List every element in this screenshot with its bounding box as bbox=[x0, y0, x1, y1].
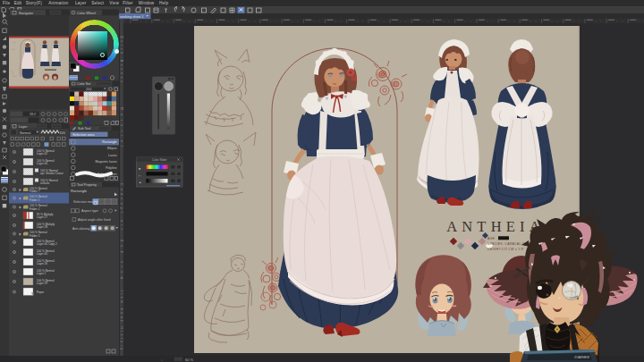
svg-text:28.2: 28.2 bbox=[30, 113, 36, 116]
svg-text:Color Slider: Color Slider bbox=[152, 158, 168, 162]
svg-text:HEIGHT:172 CM ∨ 5'8": HEIGHT:172 CM ∨ 5'8" bbox=[487, 248, 525, 251]
svg-text:Selection area: Selection area bbox=[72, 133, 95, 137]
svg-text:apr. Smoke Cutout: apr. Smoke Cutout bbox=[40, 172, 64, 175]
svg-text:Color Wheel: Color Wheel bbox=[77, 12, 96, 15]
svg-text:60 %: 60 % bbox=[185, 358, 194, 362]
svg-text:▲: ▲ bbox=[139, 181, 141, 184]
svg-text:Magnetic lasso: Magnetic lasso bbox=[96, 160, 117, 164]
svg-text:ANTHEIA: ANTHEIA bbox=[446, 218, 545, 235]
svg-text:Polyline: Polyline bbox=[106, 166, 117, 170]
svg-text:Layer 27: Layer 27 bbox=[37, 215, 47, 219]
svg-text:Layer 26: Layer 26 bbox=[37, 262, 47, 265]
svg-text:□: □ bbox=[139, 174, 140, 178]
svg-text:Layer: Layer bbox=[19, 125, 28, 129]
svg-text:Folder 1: Folder 1 bbox=[30, 198, 40, 202]
svg-text:200: 200 bbox=[86, 88, 91, 91]
svg-text:Selection mode: Selection mode bbox=[73, 200, 96, 204]
svg-text:Layer 28: Layer 28 bbox=[37, 225, 47, 229]
svg-text:Layer 40: Layer 40 bbox=[37, 252, 47, 256]
svg-text:↕: ↕ bbox=[161, 358, 163, 362]
svg-text:Layer 40 Copy 2: Layer 40 Copy 2 bbox=[37, 242, 57, 246]
svg-text:Tool Property: Tool Property bbox=[77, 183, 97, 187]
svg-text:Sub view: Sub view bbox=[120, 240, 123, 280]
svg-text:anthala: anthala bbox=[40, 181, 49, 185]
svg-text:Lasso: Lasso bbox=[108, 154, 117, 157]
svg-text:Sub Tool: Sub Tool bbox=[78, 127, 90, 130]
svg-text:■: ■ bbox=[139, 167, 140, 171]
svg-text:Rectangle: Rectangle bbox=[102, 140, 116, 144]
svg-text:Item bank History: Item bank History bbox=[120, 290, 123, 349]
svg-text:Color Set: Color Set bbox=[77, 82, 90, 86]
svg-text:Navigator: Navigator bbox=[19, 12, 34, 15]
svg-text:Layer 29: Layer 29 bbox=[37, 282, 47, 285]
svg-text:Anti-aliasing: Anti-aliasing bbox=[72, 227, 90, 231]
svg-text:Quick Access: Quick Access bbox=[120, 36, 123, 82]
svg-text:File Edit Story(F) Ani: File Edit Story(F) Animation Layer Selec… bbox=[3, 1, 169, 5]
svg-text:Folder 2: Folder 2 bbox=[30, 207, 40, 211]
svg-text:Normal: Normal bbox=[20, 131, 30, 135]
svg-text:Rectangle: Rectangle bbox=[71, 189, 88, 193]
svg-text:100: 100 bbox=[60, 131, 65, 135]
svg-text:Folder 5: Folder 5 bbox=[30, 234, 40, 238]
svg-text:Concept art: Concept art bbox=[120, 183, 123, 230]
svg-text:AGE:: AGE: bbox=[487, 237, 496, 240]
svg-text:ZOARHĒW: ZOARHĒW bbox=[574, 356, 590, 359]
svg-text:working sheet 1: working sheet 1 bbox=[120, 15, 144, 19]
svg-text:Ellipse: Ellipse bbox=[107, 147, 117, 150]
svg-text:Material: Material bbox=[120, 107, 123, 147]
svg-text:Adjust angle after fixed: Adjust angle after fixed bbox=[78, 218, 111, 222]
svg-text:Layer 44: Layer 44 bbox=[37, 162, 47, 165]
svg-text:Aspect type: Aspect type bbox=[81, 209, 98, 213]
svg-text:Layer 2: Layer 2 bbox=[37, 272, 47, 275]
svg-text:Paper: Paper bbox=[37, 290, 44, 294]
svg-text:Layer 42: Layer 42 bbox=[37, 152, 47, 156]
